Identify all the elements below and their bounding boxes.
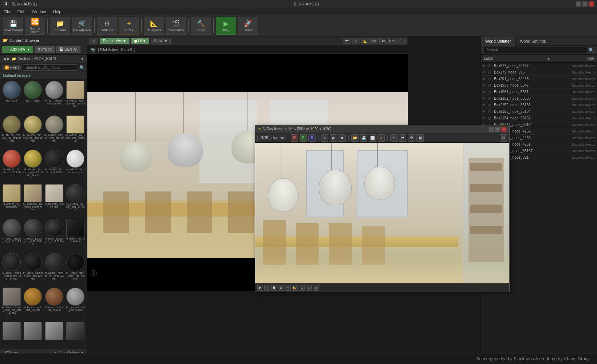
table-row[interactable]: 👁 ⬡ Box291_node_32485 StaticMeshActor xyxy=(481,76,597,82)
list-item[interactable]: M_AM134_ 24_mtl_ brdf 124 Mat xyxy=(1,150,22,183)
viewport-grid-btn[interactable]: ⊞ xyxy=(352,38,360,44)
list-item[interactable] xyxy=(1,322,22,347)
visibility-icon[interactable]: 👁 xyxy=(482,90,487,94)
list-item[interactable] xyxy=(65,322,86,347)
add-new-button[interactable]: ➕ Add New ▼ xyxy=(2,46,33,53)
vray-btn-save[interactable]: 💾 xyxy=(360,134,367,142)
vray-bottom-btn-6[interactable]: 📐 xyxy=(292,285,298,291)
list-item[interactable]: M_Books_ Kitchen_mtl_ brdf 102 Mat xyxy=(44,253,64,287)
visibility-icon[interactable]: 👁 xyxy=(482,64,487,68)
list-item[interactable]: M_AM130_ 035_005_mtl_ brdf 65 Mat xyxy=(23,115,43,149)
maximize-button[interactable]: □ xyxy=(582,1,588,7)
table-row[interactable]: 👁 ⬡ Box2154_node_35132 StaticMeshActor xyxy=(481,115,597,122)
list-item[interactable]: M_Black_ Ceramic_mtl_ brdf 129 Mat xyxy=(23,253,43,287)
list-item[interactable]: M_BAKING_ brdf 6 Mat xyxy=(44,184,64,218)
list-item[interactable]: M_a3_ Default_mtl_138 Mat xyxy=(44,81,64,115)
outliner-search-icon[interactable]: 🔍 xyxy=(589,48,594,53)
vray-bottom-btn-7[interactable]: ⬡ xyxy=(299,285,305,291)
sort-icon[interactable]: ▲ xyxy=(547,56,550,60)
minimize-button[interactable]: − xyxy=(576,1,581,7)
color-mode-select[interactable]: RGB color xyxy=(257,135,285,141)
list-item[interactable]: BG_TREES xyxy=(23,81,43,115)
menu-file[interactable]: File xyxy=(2,9,12,15)
visibility-icon[interactable]: 👁 xyxy=(482,103,487,107)
vray-bottom-btn-1[interactable]: ▶ xyxy=(257,285,263,291)
list-item[interactable]: M_Black_ Wood_ sticker_mtl_ brdf_14 Mat xyxy=(1,253,22,287)
list-item[interactable]: M_black_ plastic_mtl_ brdf 113 Mat xyxy=(23,219,43,253)
table-row[interactable]: 👁 ⬡ Box2153_node_35134 StaticMeshActor xyxy=(481,108,597,115)
vray-btn-folder[interactable]: 📂 xyxy=(351,134,359,142)
vray-btn-b[interactable]: B xyxy=(308,134,316,142)
table-row[interactable]: 👁 ⬡ Box1957_node_5647 StaticMeshActor xyxy=(481,82,597,89)
vray-close-button[interactable]: × xyxy=(501,127,506,132)
vray-bottom-btn-4[interactable]: ⊞ xyxy=(278,285,284,291)
table-row[interactable]: 👁 ⬡ Box2152_node_35133 StaticMeshActor xyxy=(481,102,597,108)
list-item[interactable]: M_Books_ Main_Shelf_ Test mtl brdf xyxy=(65,253,86,287)
vray-btn-r[interactable]: R xyxy=(291,134,298,142)
vray-btn-half[interactable]: ◐ xyxy=(330,134,337,142)
vray-btn-g[interactable]: G xyxy=(300,134,307,142)
vray-button[interactable]: ✦ V-Ray xyxy=(119,17,139,35)
viewport-extra-btn[interactable]: ⋮ xyxy=(398,38,406,44)
vray-bottom-btn-2[interactable]: ⬛ xyxy=(264,285,270,291)
list-item[interactable]: M_AM134_ 38_ Defaultfoo xyxy=(1,184,22,218)
visibility-icon[interactable]: 👁 xyxy=(482,71,487,74)
list-item[interactable]: M_black_ plastic_mtl_ brdf 90 Mat xyxy=(44,219,64,253)
vray-bottom-btn-5[interactable]: ≡ xyxy=(285,285,291,291)
viewport-camera-btn[interactable]: 📷 xyxy=(343,38,351,44)
vray-zoom-fit[interactable]: ⊡ xyxy=(500,134,507,142)
list-item[interactable]: M_AM130_ 035_001_mtl_ brdf 68 Mat xyxy=(65,81,86,115)
cinematics-button[interactable]: 🎬 Cinematics xyxy=(166,17,186,35)
content-button[interactable]: 📁 Content xyxy=(50,17,70,35)
viewport-menu-button[interactable]: ≡ xyxy=(90,38,98,44)
source-control-button[interactable]: 🔀 Source Control xyxy=(25,17,45,35)
list-item[interactable]: M_ArtBooks_ Normabs_mtl 64 Mat xyxy=(23,184,43,218)
show-button[interactable]: Show ▼ xyxy=(151,38,171,44)
list-item[interactable]: M_Books_ Small_Shelf_ mtl_brdf_40 Mat xyxy=(1,288,22,321)
breadcrumb-project[interactable]: BLCK_HAUS xyxy=(34,57,56,61)
search-icon[interactable]: 🔍 xyxy=(79,65,85,70)
vray-btn-black[interactable]: ■ xyxy=(339,134,346,142)
breadcrumb-content[interactable]: Content xyxy=(17,57,30,61)
table-row[interactable]: 👁 ⬡ Box2151_node_33358 StaticMeshActor xyxy=(481,95,597,102)
vray-minimize-button[interactable]: − xyxy=(489,127,494,132)
close-button[interactable]: × xyxy=(589,1,594,7)
visibility-icon[interactable]: 👁 xyxy=(482,84,487,87)
vray-btn-frame[interactable]: ⬜ xyxy=(369,134,376,142)
visibility-icon[interactable]: 👁 xyxy=(482,110,487,114)
table-row[interactable]: 👁 ⬡ Box277_node_32627 StaticMeshActor xyxy=(481,63,597,69)
vray-btn-crosshair[interactable]: ✛ xyxy=(390,134,398,142)
list-item[interactable]: M_brushed_ mtl_brdf 89 Mat xyxy=(65,288,86,321)
visibility-icon[interactable]: 👁 xyxy=(482,116,487,120)
perspective-button[interactable]: Perspective ▼ xyxy=(100,38,130,44)
world-outliner-tab[interactable]: World Outliner xyxy=(481,36,515,46)
table-row[interactable]: 👁 ⬡ Box279_node_996 StaticMeshActor xyxy=(481,69,597,76)
world-settings-tab[interactable]: World Settings xyxy=(515,36,550,46)
list-item[interactable]: M_AM134_ 35_ archmodels52 _005_04 mtl xyxy=(23,150,43,183)
vray-btn-circle[interactable]: ○ xyxy=(321,134,328,142)
list-item[interactable]: M_AM130_ 04_paper_bag_ brdf 125 xyxy=(65,115,86,149)
visibility-icon[interactable]: 👁 xyxy=(482,97,487,100)
visibility-icon[interactable]: 👁 xyxy=(482,77,487,81)
save-all-button[interactable]: 💾 Save All xyxy=(56,46,80,53)
menu-window[interactable]: Window xyxy=(30,9,47,15)
vray-maximize-button[interactable]: □ xyxy=(495,127,500,132)
vray-bottom-btn-9[interactable]: ⊙ xyxy=(313,285,319,291)
list-item[interactable]: M_AM134_ 38_mtl_ brdf 57 Mat xyxy=(44,150,64,183)
vray-bottom-btn-8[interactable]: ⌂ xyxy=(306,285,312,291)
vray-btn-transfer[interactable]: ⇄ xyxy=(399,134,406,142)
launch-button[interactable]: 🚀 Launch xyxy=(238,17,258,35)
list-item[interactable]: M_AM130_ 035_007_mtl_ brdf 65 Mat xyxy=(44,115,64,149)
menu-help[interactable]: Help xyxy=(52,9,63,15)
list-item[interactable]: M_black_ plastic_mtl_ brdf 1 Mat xyxy=(1,219,22,253)
vray-btn-settings[interactable]: ⚙ xyxy=(408,134,415,142)
lit-button[interactable]: Lit ▼ xyxy=(131,38,149,44)
blueprints-button[interactable]: 📐 Blueprints xyxy=(144,17,164,35)
list-item[interactable]: BG_CITY xyxy=(1,81,22,115)
filters-button[interactable]: 🔽 Filters xyxy=(2,65,21,70)
vray-btn-close[interactable]: ✕ xyxy=(377,134,385,142)
menu-edit[interactable]: Edit xyxy=(16,9,26,15)
list-item[interactable]: M_AM130_ 035_003_mtl_ brdf 65 Mat xyxy=(1,115,22,149)
vray-render-area[interactable]: ▶ ⬛ 🔲 ⊞ ≡ 📐 ⬡ ⌂ ⊙ xyxy=(255,143,509,292)
settings-button[interactable]: ⚙ Settings xyxy=(97,17,117,35)
